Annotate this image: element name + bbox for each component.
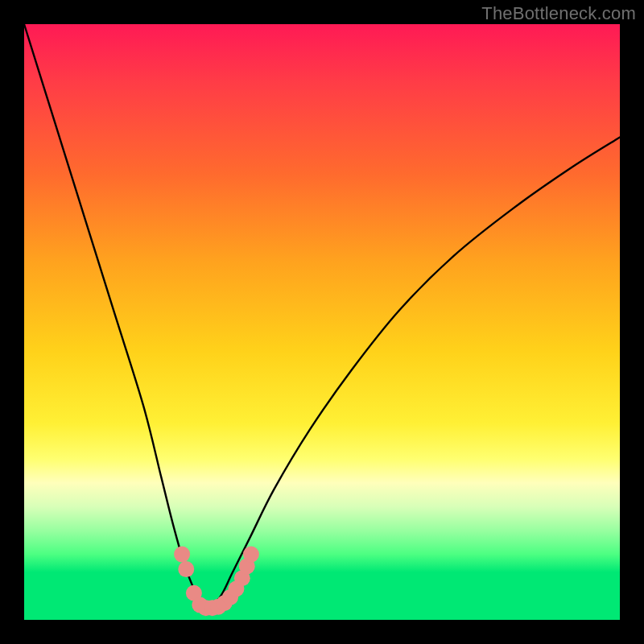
highlight-dot bbox=[243, 547, 259, 563]
plot-area bbox=[24, 24, 620, 620]
curve-svg bbox=[24, 24, 620, 620]
highlight-dots bbox=[174, 547, 259, 617]
highlight-dot bbox=[174, 547, 190, 563]
chart-frame: TheBottleneck.com bbox=[0, 0, 644, 644]
bottleneck-curve-path bbox=[24, 24, 620, 609]
watermark-text: TheBottleneck.com bbox=[481, 3, 636, 24]
highlight-dot bbox=[178, 561, 194, 577]
